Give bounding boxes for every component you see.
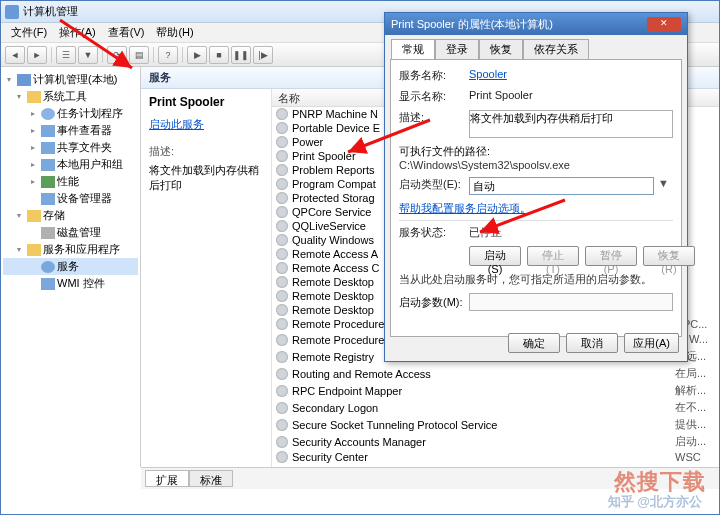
cancel-button[interactable]: 取消 bbox=[566, 333, 618, 353]
pause-button: 暂停(P) bbox=[585, 246, 637, 266]
tree-svcapp[interactable]: ▾服务和应用程序 bbox=[3, 241, 138, 258]
tree-perf[interactable]: ▸性能 bbox=[3, 173, 138, 190]
tree-systemtools[interactable]: ▾系统工具 bbox=[3, 88, 138, 105]
tree-users[interactable]: ▸本地用户和组 bbox=[3, 156, 138, 173]
gear-icon bbox=[276, 108, 288, 120]
gear-icon bbox=[276, 368, 288, 380]
tab-recovery[interactable]: 恢复 bbox=[479, 39, 523, 59]
stop-button: 停止(T) bbox=[527, 246, 579, 266]
restart-button[interactable]: |▶ bbox=[253, 46, 273, 64]
gear-icon bbox=[276, 276, 288, 288]
refresh-button[interactable]: ⟳ bbox=[107, 46, 127, 64]
svc-name-label: 服务名称: bbox=[399, 68, 469, 83]
props-button[interactable]: ☰ bbox=[56, 46, 76, 64]
gear-icon bbox=[276, 248, 288, 260]
service-row[interactable]: Security Accounts Manager启动... bbox=[272, 433, 719, 450]
start-button[interactable]: 启动(S) bbox=[469, 246, 521, 266]
menu-file[interactable]: 文件(F) bbox=[5, 24, 53, 41]
gear-icon bbox=[276, 178, 288, 190]
tree-disk[interactable]: 磁盘管理 bbox=[3, 224, 138, 241]
start-service-link[interactable]: 启动此服务 bbox=[149, 117, 263, 132]
gear-icon bbox=[276, 234, 288, 246]
gear-icon bbox=[276, 206, 288, 218]
gear-icon bbox=[276, 436, 288, 448]
play-button[interactable]: ▶ bbox=[187, 46, 207, 64]
exe-label: 可执行文件的路径: bbox=[399, 144, 673, 159]
pause-button[interactable]: ❚❚ bbox=[231, 46, 251, 64]
gear-icon bbox=[276, 122, 288, 134]
dialog-title: Print Spooler 的属性(本地计算机) bbox=[391, 17, 553, 32]
desc-textarea[interactable] bbox=[469, 110, 673, 138]
tree-wmi[interactable]: WMI 控件 bbox=[3, 275, 138, 292]
gear-icon bbox=[276, 334, 288, 346]
desc-label: 描述: bbox=[399, 110, 469, 125]
gear-icon bbox=[276, 164, 288, 176]
gear-icon bbox=[276, 351, 288, 363]
service-row[interactable]: RPC Endpoint Mapper解析... bbox=[272, 382, 719, 399]
help-link[interactable]: 帮助我配置服务启动选项。 bbox=[399, 202, 531, 214]
dropdown-button[interactable]: ▼ bbox=[78, 46, 98, 64]
tree-root[interactable]: ▾计算机管理(本地) bbox=[3, 71, 138, 88]
service-detail-pane: Print Spooler 启动此服务 描述: 将文件加载到内存供稍后打印 bbox=[141, 89, 271, 467]
back-button[interactable]: ◄ bbox=[5, 46, 25, 64]
gear-icon bbox=[276, 451, 288, 463]
exe-path: C:\Windows\System32\spoolsv.exe bbox=[399, 159, 673, 171]
start-type-select[interactable]: 自动 bbox=[469, 177, 654, 195]
tab-extended[interactable]: 扩展 bbox=[145, 470, 189, 487]
gear-icon bbox=[276, 318, 288, 330]
disp-name-label: 显示名称: bbox=[399, 89, 469, 104]
gear-icon bbox=[276, 220, 288, 232]
detail-title: Print Spooler bbox=[149, 95, 263, 109]
gear-icon bbox=[276, 262, 288, 274]
status-value: 已停止 bbox=[469, 225, 673, 240]
tree-panel: ▾计算机管理(本地) ▾系统工具 ▸任务计划程序 ▸事件查看器 ▸共享文件夹 ▸… bbox=[1, 67, 141, 467]
menu-action[interactable]: 操作(A) bbox=[53, 24, 102, 41]
help-button[interactable]: ? bbox=[158, 46, 178, 64]
bottom-tabs: 扩展 标准 bbox=[141, 467, 719, 489]
gear-icon bbox=[276, 150, 288, 162]
tree-storage[interactable]: ▾存储 bbox=[3, 207, 138, 224]
tree-share[interactable]: ▸共享文件夹 bbox=[3, 139, 138, 156]
menu-view[interactable]: 查看(V) bbox=[102, 24, 151, 41]
desc-text: 将文件加载到内存供稍后打印 bbox=[149, 163, 263, 193]
gear-icon bbox=[276, 402, 288, 414]
hint-text: 当从此处启动服务时，您可指定所适用的启动参数。 bbox=[399, 272, 673, 287]
close-icon[interactable]: ✕ bbox=[647, 17, 681, 31]
desc-label: 描述: bbox=[149, 144, 263, 159]
svc-name-value: Spooler bbox=[469, 68, 507, 80]
stop-button[interactable]: ■ bbox=[209, 46, 229, 64]
forward-button[interactable]: ► bbox=[27, 46, 47, 64]
tree-services[interactable]: 服务 bbox=[3, 258, 138, 275]
service-row[interactable]: Routing and Remote Access在局... bbox=[272, 365, 719, 382]
resume-button: 恢复(R) bbox=[643, 246, 695, 266]
gear-icon bbox=[276, 136, 288, 148]
gear-icon bbox=[276, 192, 288, 204]
apply-button[interactable]: 应用(A) bbox=[624, 333, 679, 353]
ok-button[interactable]: 确定 bbox=[508, 333, 560, 353]
tab-standard[interactable]: 标准 bbox=[189, 470, 233, 487]
app-icon bbox=[5, 5, 19, 19]
properties-dialog: Print Spooler 的属性(本地计算机) ✕ 常规 登录 恢复 依存关系… bbox=[384, 12, 688, 362]
dialog-titlebar[interactable]: Print Spooler 的属性(本地计算机) ✕ bbox=[385, 13, 687, 35]
start-type-label: 启动类型(E): bbox=[399, 177, 469, 192]
gear-icon bbox=[276, 304, 288, 316]
service-row[interactable]: Security CenterWSC bbox=[272, 450, 719, 464]
tree-device[interactable]: 设备管理器 bbox=[3, 190, 138, 207]
tree-event[interactable]: ▸事件查看器 bbox=[3, 122, 138, 139]
disp-name-value: Print Spooler bbox=[469, 89, 673, 101]
status-label: 服务状态: bbox=[399, 225, 469, 240]
service-row[interactable]: Secondary Logon在不... bbox=[272, 399, 719, 416]
gear-icon bbox=[276, 290, 288, 302]
gear-icon bbox=[276, 419, 288, 431]
tree-task[interactable]: ▸任务计划程序 bbox=[3, 105, 138, 122]
menu-help[interactable]: 帮助(H) bbox=[150, 24, 199, 41]
tab-general[interactable]: 常规 bbox=[391, 39, 435, 59]
tab-logon[interactable]: 登录 bbox=[435, 39, 479, 59]
tab-deps[interactable]: 依存关系 bbox=[523, 39, 589, 59]
export-button[interactable]: ▤ bbox=[129, 46, 149, 64]
service-row[interactable]: Secure Socket Tunneling Protocol Service… bbox=[272, 416, 719, 433]
param-label: 启动参数(M): bbox=[399, 295, 463, 310]
gear-icon bbox=[276, 385, 288, 397]
app-title: 计算机管理 bbox=[23, 4, 78, 19]
param-input bbox=[469, 293, 673, 311]
